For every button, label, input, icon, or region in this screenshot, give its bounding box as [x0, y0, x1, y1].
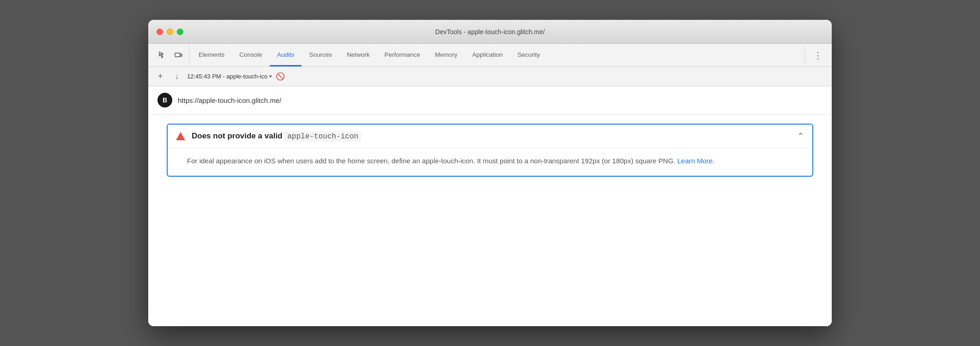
tab-sources[interactable]: Sources: [302, 44, 339, 66]
tab-elements[interactable]: Elements: [191, 44, 232, 66]
devtools-window: DevTools - apple-touch-icon.glitch.me/: [148, 20, 832, 326]
device-icon[interactable]: [171, 48, 185, 62]
tab-memory[interactable]: Memory: [428, 44, 465, 66]
tabs-list: Elements Console Audits Sources Network …: [191, 44, 803, 66]
audit-title: Does not provide a valid apple-touch-ico…: [192, 131, 361, 141]
tab-audits[interactable]: Audits: [270, 44, 302, 66]
traffic-lights: [157, 29, 183, 35]
collapse-icon[interactable]: ⌃: [797, 131, 804, 141]
audit-card: Does not provide a valid apple-touch-ico…: [167, 124, 813, 177]
tab-console[interactable]: Console: [232, 44, 270, 66]
audit-title-code: apple-touch-icon: [284, 131, 361, 142]
main-toolbar: Elements Console Audits Sources Network …: [148, 44, 832, 67]
audit-header[interactable]: Does not provide a valid apple-touch-ico…: [168, 125, 812, 148]
svg-rect-0: [175, 53, 180, 57]
toolbar-icons-group: [152, 44, 189, 66]
warning-icon: [176, 132, 185, 140]
inspect-icon[interactable]: [156, 48, 169, 62]
tab-network[interactable]: Network: [339, 44, 377, 66]
maximize-button[interactable]: [177, 29, 183, 35]
audit-body: For ideal appearance on iOS when users a…: [168, 148, 812, 176]
clear-button[interactable]: 🚫: [276, 72, 285, 81]
audit-header-left: Does not provide a valid apple-touch-ico…: [176, 131, 361, 141]
add-session-button[interactable]: +: [154, 70, 167, 83]
learn-more-link[interactable]: Learn More: [677, 157, 713, 165]
session-dropdown-icon: ▾: [269, 73, 272, 79]
window-title: DevTools - apple-touch-icon.glitch.me/: [435, 28, 544, 36]
close-button[interactable]: [157, 29, 163, 35]
svg-rect-1: [181, 54, 182, 56]
tab-security[interactable]: Security: [510, 44, 548, 66]
minimize-button[interactable]: [167, 29, 173, 35]
main-content: B https://apple-touch-icon.glitch.me/ Do…: [148, 86, 832, 326]
url-bar: B https://apple-touch-icon.glitch.me/: [148, 86, 832, 114]
more-options-button[interactable]: ⋮: [811, 48, 824, 62]
site-icon: B: [157, 93, 172, 107]
tab-application[interactable]: Application: [465, 44, 510, 66]
toolbar-divider: [805, 48, 805, 63]
tab-performance[interactable]: Performance: [377, 44, 427, 66]
url-text: https://apple-touch-icon.glitch.me/: [178, 96, 281, 104]
devtools-panel: Elements Console Audits Sources Network …: [148, 44, 832, 326]
audit-area: Does not provide a valid apple-touch-ico…: [148, 114, 832, 195]
download-button[interactable]: ↓: [170, 70, 183, 83]
title-bar: DevTools - apple-touch-icon.glitch.me/: [148, 20, 832, 44]
session-selector[interactable]: 12:45:43 PM - apple-touch-ico ▾: [187, 73, 272, 80]
toolbar-right: ⋮: [807, 44, 828, 66]
secondary-toolbar: + ↓ 12:45:43 PM - apple-touch-ico ▾ 🚫: [148, 67, 832, 86]
